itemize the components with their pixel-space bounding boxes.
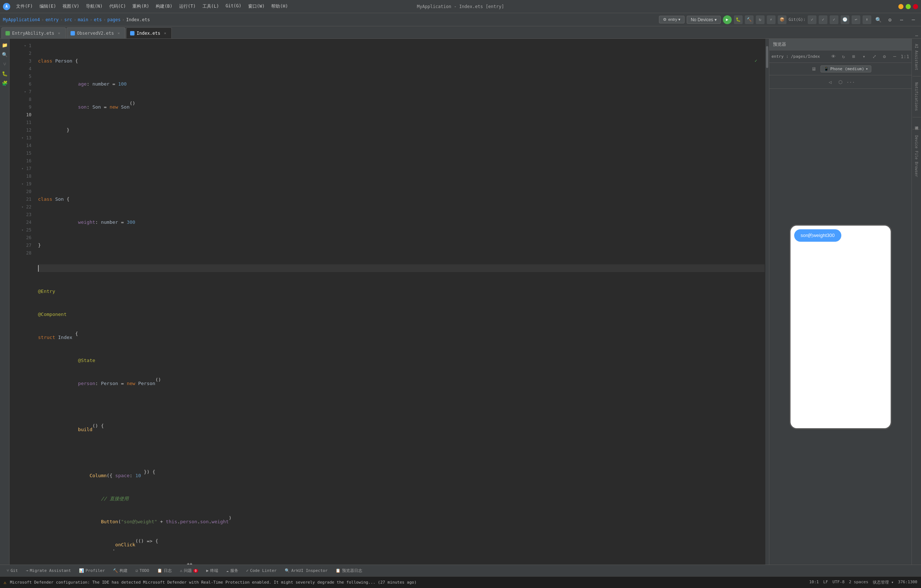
- preview-split-icon[interactable]: ⊞: [849, 52, 858, 61]
- breadcrumb-project[interactable]: MyApplication4: [3, 17, 40, 22]
- bottom-tab-codelinter[interactable]: ✓ Code Linter: [242, 566, 280, 576]
- status-indent[interactable]: 2 spaces: [849, 580, 868, 585]
- breadcrumb-main[interactable]: main: [78, 17, 88, 22]
- fold-25[interactable]: ▾: [21, 228, 25, 232]
- search-icon-btn[interactable]: 🔍: [874, 15, 883, 24]
- activity-extensions-icon[interactable]: 🧩: [1, 79, 9, 87]
- preview-home-icon[interactable]: ⬡: [836, 78, 845, 86]
- menu-tools[interactable]: 工具(L): [200, 3, 222, 10]
- status-line-col[interactable]: 10:1: [809, 580, 819, 585]
- git-check2[interactable]: ✓: [818, 15, 827, 24]
- debug-button[interactable]: 🐛: [734, 15, 743, 24]
- sidebar-notifications-label[interactable]: Notifications: [914, 79, 918, 114]
- preview-chevron-icon[interactable]: ▾: [859, 52, 868, 61]
- bottom-tab-arkui[interactable]: 🔍 ArkUI Inspector: [281, 566, 331, 576]
- git-undo[interactable]: ↩: [851, 15, 860, 24]
- tab-close-observed-v2[interactable]: ✕: [116, 31, 121, 36]
- minus-icon-btn[interactable]: ─: [909, 15, 918, 24]
- more-icon-btn[interactable]: ⋯: [897, 15, 906, 24]
- window-controls: — □ ✕: [898, 4, 918, 9]
- reload-button[interactable]: ↻: [756, 15, 765, 24]
- no-devices-button[interactable]: No Devices ▾: [687, 16, 721, 24]
- menu-git[interactable]: Git(G): [223, 3, 244, 10]
- activity-debug-icon[interactable]: 🐛: [1, 70, 9, 78]
- bottom-tab-migrate[interactable]: → Migrate Assistant: [22, 566, 75, 576]
- code-container[interactable]: ▾1 2 3 4 5 6 ▾7 8 9 10 11 12 ▾13 14 15 1…: [10, 39, 769, 565]
- build-button[interactable]: 🔨: [745, 15, 753, 24]
- bottom-tab-todo[interactable]: ☑ TODO: [132, 566, 153, 576]
- fold-7[interactable]: ▾: [23, 90, 28, 94]
- code-editor[interactable]: class Person { ✓ age: number = 100 son: …: [34, 39, 769, 565]
- menu-code[interactable]: 代码(C): [106, 3, 129, 10]
- bottom-tab-build[interactable]: 🔨 构建: [109, 566, 131, 576]
- bottom-tab-log[interactable]: 📋 日志: [153, 566, 176, 576]
- menu-navigate[interactable]: 导航(N): [83, 3, 106, 10]
- tab-index-ets[interactable]: Index.ets ✕: [126, 28, 172, 38]
- device-selector[interactable]: 📱 Phone (medium) ▾: [820, 65, 871, 72]
- bottom-tab-issues[interactable]: ⚠ 问题 0: [176, 566, 202, 576]
- status-state-mgmt[interactable]: 状态管理 ▾: [873, 580, 893, 585]
- fold-22[interactable]: ▾: [21, 205, 25, 209]
- fold-13[interactable]: ▾: [21, 136, 25, 140]
- menu-help[interactable]: 帮助(H): [268, 3, 291, 10]
- menu-build[interactable]: 构建(B): [153, 3, 176, 10]
- tab-observed-v2[interactable]: ObservedV2.ets ✕: [67, 28, 125, 38]
- breadcrumb-src[interactable]: src: [64, 17, 72, 22]
- bottom-tab-git[interactable]: ⑂ Git: [3, 566, 21, 576]
- breadcrumb-file[interactable]: Index.ets: [126, 17, 150, 22]
- activity-files-icon[interactable]: 📁: [1, 41, 9, 49]
- preview-minus-icon[interactable]: ─: [890, 52, 899, 61]
- sidebar-ai-label[interactable]: AI Assistant: [914, 41, 918, 73]
- preview-device-screen-icon[interactable]: 🖥: [810, 65, 818, 73]
- preview-eye-icon[interactable]: 👁: [829, 52, 838, 61]
- menu-edit[interactable]: 编辑(E): [37, 3, 59, 10]
- bottom-tab-terminal[interactable]: ▶ 终端: [202, 566, 222, 576]
- menu-window[interactable]: 窗口(W): [245, 3, 268, 10]
- menu-refactor[interactable]: 重构(R): [129, 3, 152, 10]
- scrollbar-thumb[interactable]: [766, 46, 768, 68]
- breadcrumb-entry[interactable]: entry: [45, 17, 59, 22]
- bottom-tab-profiler[interactable]: 📊 Profiler: [75, 566, 109, 576]
- breadcrumb-ets[interactable]: ets: [94, 17, 102, 22]
- preview-expand-icon[interactable]: ⤢: [870, 52, 879, 61]
- activity-search-icon[interactable]: 🔍: [1, 50, 9, 59]
- settings-icon-btn[interactable]: ⚙: [885, 15, 895, 24]
- gutter-4: 4: [10, 65, 34, 72]
- play-button[interactable]: ▶: [723, 15, 732, 24]
- preview-back-icon[interactable]: ◁: [826, 78, 835, 86]
- git-push[interactable]: ⬆: [862, 15, 871, 24]
- tab-entry-ability[interactable]: EntryAbility.ets ✕: [2, 28, 66, 38]
- preview-refresh-icon[interactable]: ↻: [839, 52, 848, 61]
- fold-1[interactable]: ▾: [23, 44, 28, 48]
- status-lf[interactable]: LF: [823, 580, 828, 585]
- fold-19[interactable]: ▾: [21, 182, 25, 186]
- preview-more-icon[interactable]: ···: [846, 78, 855, 86]
- menu-view[interactable]: 视图(V): [60, 3, 82, 10]
- minimize-button[interactable]: —: [898, 4, 903, 9]
- sync-button[interactable]: ⚡: [767, 15, 776, 24]
- sidebar-device-file-label[interactable]: Device File Browser: [914, 132, 918, 180]
- close-button[interactable]: ✕: [913, 4, 918, 9]
- menu-run[interactable]: 运行(T): [176, 3, 199, 10]
- git-clock[interactable]: 🕐: [841, 15, 849, 24]
- preview-path: entry : /pages/Index: [771, 54, 820, 59]
- tab-close-index-ets[interactable]: ✕: [163, 31, 168, 36]
- sidebar-debug-label[interactable]: 设备调试: [914, 120, 919, 126]
- activity-git-icon[interactable]: ⑂: [1, 60, 9, 68]
- maximize-button[interactable]: □: [906, 4, 911, 9]
- preview-settings-icon[interactable]: ⚙: [880, 52, 889, 61]
- menu-file[interactable]: 文件(F): [13, 3, 36, 10]
- git-check3[interactable]: ✓: [830, 15, 838, 24]
- bottom-tab-preview-log[interactable]: 📋 预览器日志: [332, 566, 366, 576]
- git-check1[interactable]: ✓: [808, 15, 817, 24]
- scrollbar[interactable]: [765, 39, 769, 565]
- bottom-tab-services[interactable]: ☁ 服务: [223, 566, 242, 576]
- fold-17[interactable]: ▾: [21, 166, 25, 171]
- tab-close-entry-ability[interactable]: ✕: [57, 31, 62, 36]
- extra-btn1[interactable]: 📦: [778, 15, 786, 24]
- breadcrumb-pages[interactable]: pages: [107, 17, 120, 22]
- phone-button[interactable]: son的weight300: [794, 229, 841, 242]
- status-charset[interactable]: UTF-8: [833, 580, 845, 585]
- entry-dropdown-button[interactable]: ⚙ entry ▾: [659, 16, 685, 23]
- tab-more-button[interactable]: ⋯: [912, 33, 921, 38]
